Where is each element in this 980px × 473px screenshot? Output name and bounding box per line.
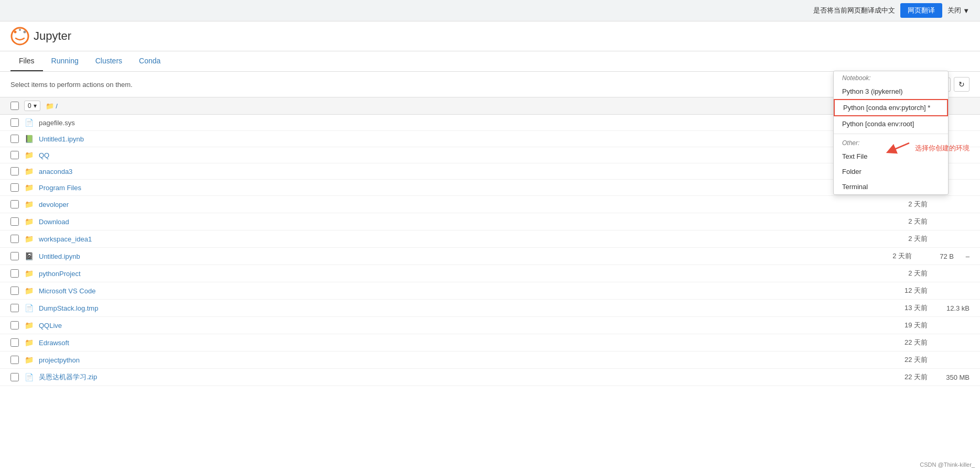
file-date: 2 天前 (886, 269, 928, 278)
svg-point-3 (19, 29, 21, 31)
file-name[interactable]: anaconda3 (39, 168, 880, 175)
file-type-icon: 📁 (24, 321, 34, 329)
translate-bar: 是否将当前网页翻译成中文 网页翻译 关闭 ▼ (0, 0, 980, 21)
tabs-bar: Files Running Clusters Conda (0, 51, 980, 72)
logo-text: Jupyter (34, 29, 71, 43)
file-row: 📓 Untitled.ipynb 2 天前 72 B – (0, 248, 980, 265)
file-type-icon: 📁 (24, 183, 34, 192)
file-checkbox[interactable] (10, 167, 19, 175)
file-type-icon: 📁 (24, 151, 34, 159)
file-name[interactable]: 吴恩达机器学习.zip (39, 372, 880, 382)
file-row: 📄 DumpStack.log.tmp 13 天前 12.3 kB (0, 300, 980, 317)
file-type-icon: 📄 (24, 373, 34, 381)
text-file-item[interactable]: Text File (834, 149, 948, 164)
svg-point-2 (24, 31, 26, 34)
file-checkbox[interactable] (10, 338, 19, 347)
file-name[interactable]: Microsoft VS Code (39, 287, 880, 295)
dropdown-divider (834, 134, 948, 134)
tab-files[interactable]: Files (10, 51, 43, 71)
file-name[interactable]: pythonProject (39, 270, 880, 278)
file-type-icon: 📓 (24, 252, 34, 260)
file-date: 2 天前 (886, 217, 928, 226)
file-checkbox[interactable] (10, 118, 19, 127)
sort-button[interactable]: 0 ▾ (24, 101, 40, 111)
file-row: 📁 pythonProject 2 天前 (0, 265, 980, 282)
file-name[interactable]: DumpStack.log.tmp (39, 304, 880, 312)
jupyter-logo-icon (10, 27, 29, 46)
logo: Jupyter (10, 27, 71, 46)
file-type-icon: 📁 (24, 167, 34, 175)
file-checkbox[interactable] (10, 252, 19, 260)
file-date: 22 天前 (886, 355, 928, 365)
tab-conda[interactable]: Conda (131, 51, 169, 71)
refresh-button[interactable]: ↻ (954, 77, 970, 92)
file-type-icon: 📁 (24, 217, 34, 226)
file-type-icon: 📁 (24, 269, 34, 278)
file-checkbox[interactable] (10, 217, 19, 226)
folder-item[interactable]: Folder (834, 164, 948, 179)
file-date: 13 天前 (886, 303, 928, 313)
file-type-icon: 📁 (24, 287, 34, 295)
file-row: 📁 Download 2 天前 (0, 213, 980, 230)
file-name[interactable]: QQ (39, 151, 880, 159)
file-type-icon: 📁 (24, 235, 34, 243)
file-checkbox[interactable] (10, 269, 19, 278)
file-date: 12 天前 (886, 286, 928, 295)
new-dropdown-menu: Notebook: Python 3 (ipykernel) Python [c… (833, 71, 949, 195)
file-row: 📁 Edrawsoft 22 天前 (0, 334, 980, 351)
python3-kernel-item[interactable]: Python 3 (ipykernel) (834, 84, 948, 99)
file-date: 2 天前 (886, 234, 928, 244)
file-name[interactable]: workspace_idea1 (39, 235, 880, 243)
file-checkbox[interactable] (10, 151, 19, 159)
file-size: 12.3 kB (933, 304, 970, 312)
file-action: – (959, 252, 970, 260)
header: Jupyter (0, 21, 980, 51)
root-kernel-item[interactable]: Python [conda env:root] (834, 116, 948, 131)
file-date: 2 天前 (886, 200, 928, 209)
notebook-section-label: Notebook: (834, 71, 948, 84)
file-date: 22 天前 (886, 338, 928, 347)
file-checkbox[interactable] (10, 304, 19, 312)
pytorch-kernel-item[interactable]: Python [conda env:pytorch] * (834, 99, 948, 116)
translate-bar-text: 是否将当前网页翻译成中文 (813, 6, 895, 15)
translate-button[interactable]: 网页翻译 (900, 3, 942, 18)
file-checkbox[interactable] (10, 321, 19, 329)
file-checkbox[interactable] (10, 200, 19, 208)
file-type-icon: 📁 (24, 356, 34, 364)
chevron-down-icon: ▼ (963, 7, 970, 15)
file-name[interactable]: Untitled1.ipynb (39, 135, 880, 143)
file-row: 📄 吴恩达机器学习.zip 22 天前 350 MB (0, 369, 980, 386)
file-name[interactable]: Program Files (39, 184, 880, 192)
file-row: 📁 workspace_idea1 2 天前 (0, 230, 980, 248)
file-checkbox[interactable] (10, 235, 19, 243)
svg-point-1 (14, 31, 17, 34)
file-checkbox[interactable] (10, 287, 19, 295)
file-date: 19 天前 (886, 321, 928, 330)
file-name[interactable]: devoloper (39, 201, 880, 208)
select-all-checkbox[interactable] (10, 102, 19, 110)
tab-clusters[interactable]: Clusters (87, 51, 131, 71)
file-name[interactable]: Untitled.ipynb (39, 252, 865, 260)
file-type-icon: 📁 (24, 200, 34, 208)
file-checkbox[interactable] (10, 356, 19, 364)
current-path: 📁 / (46, 102, 58, 110)
file-name[interactable]: projectpython (39, 356, 880, 364)
file-type-icon: 📁 (24, 338, 34, 347)
tab-running[interactable]: Running (43, 51, 87, 71)
file-checkbox[interactable] (10, 135, 19, 143)
file-name[interactable]: Download (39, 218, 880, 226)
file-checkbox[interactable] (10, 373, 19, 381)
file-row: 📁 devoloper 2 天前 (0, 196, 980, 213)
file-date: 22 天前 (886, 372, 928, 382)
file-row: 📁 projectpython 22 天前 (0, 351, 980, 369)
file-name[interactable]: QQLive (39, 322, 880, 329)
file-date: 2 天前 (870, 251, 912, 261)
translate-close-button[interactable]: 关闭 ▼ (947, 6, 970, 15)
folder-icon: 📁 (46, 102, 54, 110)
file-name[interactable]: Edrawsoft (39, 339, 880, 347)
file-checkbox[interactable] (10, 183, 19, 192)
sort-arrow-icon: ▾ (34, 102, 37, 109)
terminal-item[interactable]: Terminal (834, 179, 948, 194)
file-row: 📁 Microsoft VS Code 12 天前 (0, 282, 980, 300)
file-type-icon: 📄 (24, 304, 34, 312)
